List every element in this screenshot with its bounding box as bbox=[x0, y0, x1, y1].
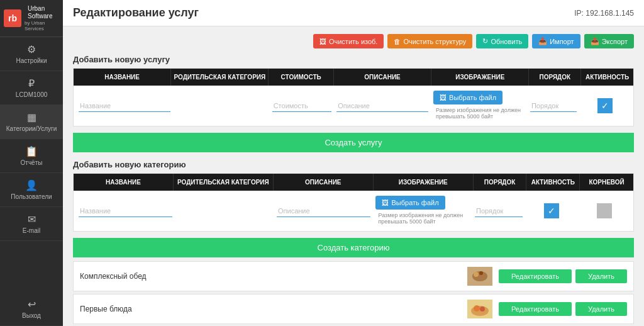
users-icon: 👤 bbox=[25, 179, 38, 191]
items-list: Комплексный обед Редактировать Удалить П… bbox=[73, 261, 634, 326]
cat-col-root: КОРНЕВОЙ bbox=[580, 174, 633, 191]
export-icon: 📤 bbox=[591, 37, 599, 45]
category-root-checkbox[interactable] bbox=[597, 203, 612, 218]
sidebar-item-lcdm[interactable]: ₽ LCDM1000 bbox=[0, 71, 63, 105]
sidebar-item-categories[interactable]: ▦ Категории/Услуги bbox=[0, 105, 63, 139]
service-cost-input[interactable] bbox=[272, 100, 332, 112]
service-parent-cat-cell bbox=[173, 104, 270, 107]
cat-file-note: Размер изображения не должен превышать 5… bbox=[375, 211, 470, 226]
refresh-icon: ↻ bbox=[482, 37, 488, 45]
page-title: Редактирование услуг bbox=[73, 6, 199, 20]
category-input-row: 🖼 Выбрать файл Размер изображения не дол… bbox=[74, 191, 633, 231]
service-file-note: Размер изображения не должен превышать 5… bbox=[433, 106, 525, 121]
reports-icon: 📋 bbox=[25, 145, 38, 157]
edit-button-1[interactable]: Редактировать bbox=[499, 302, 572, 316]
sidebar-label-settings: Настройки bbox=[16, 57, 47, 64]
svg-point-2 bbox=[474, 272, 479, 277]
main-content: Редактирование услуг IP: 192.168.1.145 🖼… bbox=[63, 0, 644, 326]
create-category-button[interactable]: Создать категорию bbox=[73, 238, 634, 257]
cat-root-cell bbox=[578, 202, 631, 220]
logo-name2: Software bbox=[28, 13, 59, 20]
service-order-input[interactable] bbox=[530, 100, 577, 112]
sidebar-label-reports: Отчёты bbox=[21, 159, 43, 166]
cat-order-cell bbox=[472, 204, 525, 218]
service-choose-file-button[interactable]: 🖼 Выбрать файл bbox=[433, 91, 502, 104]
logo: rb Urban Software by Urban Services bbox=[0, 0, 63, 37]
sidebar-item-logout[interactable]: ↩ Выход bbox=[0, 292, 63, 326]
toolbar: 🖼 Очистить изоб. 🗑 Очистить структуру ↻ … bbox=[73, 34, 634, 48]
item-name-1: Первые блюда bbox=[80, 305, 467, 313]
structure-icon: 🗑 bbox=[394, 38, 401, 45]
category-table: НАЗВАНИЕ РОДИТЕЛЬСКАЯ КАТЕГОРИЯ ОПИСАНИЕ… bbox=[73, 173, 634, 232]
service-cost-cell bbox=[270, 99, 335, 113]
services-table-header: НАЗВАНИЕ РОДИТЕЛЬСКАЯ КАТЕГОРИЯ СТОИМОСТ… bbox=[74, 69, 633, 86]
item-image-0 bbox=[467, 267, 492, 286]
cat-desc-cell bbox=[274, 204, 374, 218]
services-section: Добавить новую услугу НАЗВАНИЕ РОДИТЕЛЬС… bbox=[73, 55, 634, 152]
services-table: НАЗВАНИЕ РОДИТЕЛЬСКАЯ КАТЕГОРИЯ СТОИМОСТ… bbox=[73, 68, 634, 126]
create-service-button[interactable]: Создать услугу bbox=[73, 133, 634, 152]
svg-point-3 bbox=[479, 271, 483, 275]
logo-sub: by Urban Services bbox=[25, 20, 59, 31]
service-desc-input[interactable] bbox=[336, 100, 428, 112]
service-desc-cell bbox=[334, 99, 431, 113]
services-section-title: Добавить новую услугу bbox=[73, 55, 634, 64]
service-active-checkbox[interactable]: ✓ bbox=[597, 98, 613, 113]
col-desc: ОПИСАНИЕ bbox=[334, 69, 431, 86]
cat-name-cell bbox=[76, 204, 175, 218]
item-name-0: Комплексный обед bbox=[80, 272, 467, 281]
sidebar-item-users[interactable]: 👤 Пользователи bbox=[0, 173, 63, 207]
header: Редактирование услуг IP: 192.168.1.145 bbox=[63, 0, 644, 26]
delete-button-1[interactable]: Удалить bbox=[575, 302, 627, 316]
col-image: ИЗОБРАЖЕНИЕ bbox=[431, 69, 529, 86]
category-active-checkbox[interactable]: ✓ bbox=[544, 203, 559, 218]
category-choose-file-button[interactable]: 🖼 Выбрать файл bbox=[375, 196, 445, 210]
services-input-row: 🖼 Выбрать файл Размер изображения не дол… bbox=[74, 86, 633, 126]
lcdm-icon: ₽ bbox=[28, 77, 35, 89]
col-parent-cat: РОДИТЕЛЬСКАЯ КАТЕГОРИЯ bbox=[171, 69, 269, 86]
categories-icon: ▦ bbox=[27, 111, 36, 123]
clear-image-button[interactable]: 🖼 Очистить изоб. bbox=[313, 34, 384, 48]
sidebar-label-logout: Выход bbox=[22, 312, 41, 319]
category-name-input[interactable] bbox=[79, 205, 172, 217]
svg-point-5 bbox=[471, 306, 489, 316]
item-image-1 bbox=[467, 300, 492, 318]
cat-col-order: ПОРЯДОК bbox=[474, 174, 527, 191]
sidebar-item-email[interactable]: ✉ E-mail bbox=[0, 207, 63, 241]
col-order: ПОРЯДОК bbox=[529, 69, 581, 86]
cat-col-parent: РОДИТЕЛЬСКАЯ КАТЕГОРИЯ bbox=[174, 174, 274, 191]
logo-name: Urban bbox=[28, 5, 59, 13]
svg-point-7 bbox=[480, 306, 485, 312]
sidebar-item-settings[interactable]: ⚙ Настройки bbox=[0, 37, 63, 71]
ip-address: IP: 192.168.1.145 bbox=[574, 9, 634, 18]
delete-button-0[interactable]: Удалить bbox=[575, 269, 627, 283]
list-item: Комплексный обед Редактировать Удалить bbox=[73, 261, 634, 291]
service-order-cell bbox=[528, 99, 579, 113]
settings-icon: ⚙ bbox=[27, 43, 36, 55]
cat-col-desc: ОПИСАНИЕ bbox=[274, 174, 374, 191]
sidebar-item-reports[interactable]: 📋 Отчёты bbox=[0, 139, 63, 173]
svg-point-6 bbox=[474, 305, 480, 312]
clear-structure-button[interactable]: 🗑 Очистить структуру bbox=[387, 34, 472, 48]
import-icon: 📥 bbox=[538, 37, 547, 45]
category-desc-input[interactable] bbox=[277, 205, 371, 217]
image-icon: 🖼 bbox=[319, 38, 326, 45]
cat-parent-cell bbox=[175, 210, 274, 212]
export-button[interactable]: 📤 Экспорт bbox=[584, 34, 634, 48]
edit-button-0[interactable]: Редактировать bbox=[499, 269, 572, 283]
import-button[interactable]: 📥 Импорт bbox=[532, 34, 580, 48]
logout-icon: ↩ bbox=[28, 298, 36, 310]
service-name-input[interactable] bbox=[79, 100, 170, 112]
service-image-cell: 🖼 Выбрать файл Размер изображения не дол… bbox=[431, 89, 528, 122]
logo-icon: rb bbox=[4, 9, 21, 27]
cat-col-name: НАЗВАНИЕ bbox=[74, 174, 174, 191]
service-active-cell: ✓ bbox=[579, 97, 631, 115]
refresh-button[interactable]: ↻ Обновить bbox=[476, 34, 528, 48]
cat-col-active: АКТИВНОСТЬ bbox=[526, 174, 580, 191]
file-icon: 🖼 bbox=[440, 94, 447, 101]
sidebar: rb Urban Software by Urban Services ⚙ На… bbox=[0, 0, 63, 326]
sidebar-label-email: E-mail bbox=[23, 227, 40, 234]
cat-col-image: ИЗОБРАЖЕНИЕ bbox=[374, 174, 474, 191]
category-order-input[interactable] bbox=[475, 205, 523, 217]
category-section-title: Добавить новую категорию bbox=[73, 160, 634, 169]
